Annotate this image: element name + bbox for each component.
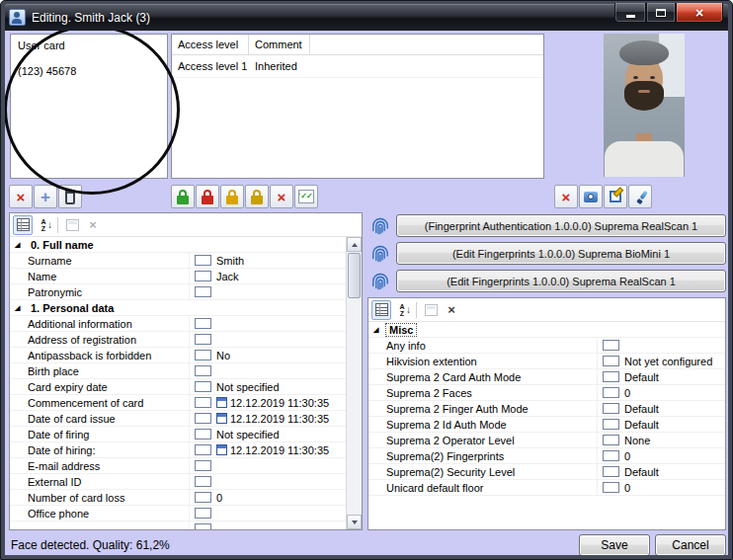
property-row[interactable]: Commencement of card12.12.2019 11:30:35 xyxy=(10,395,346,411)
property-row[interactable]: Suprema(2) Fingerprints0 xyxy=(368,448,725,464)
crop-button[interactable] xyxy=(604,185,627,208)
brush-button[interactable] xyxy=(628,185,652,208)
property-editbox[interactable] xyxy=(195,334,211,345)
cancel-button[interactable]: Cancel xyxy=(655,534,726,555)
property-editbox[interactable] xyxy=(195,381,211,392)
property-row[interactable]: E-mail address xyxy=(10,458,346,474)
lock-green-button[interactable] xyxy=(171,185,195,208)
property-editbox[interactable] xyxy=(603,482,619,493)
property-value[interactable]: Default xyxy=(623,419,725,431)
property-editbox[interactable] xyxy=(603,403,619,414)
add-button[interactable]: + xyxy=(34,185,57,208)
property-row[interactable]: Hikvision extentionNot yet configured xyxy=(368,354,725,369)
property-row[interactable]: SurnameSmith xyxy=(10,253,346,269)
property-value[interactable]: 0 xyxy=(623,482,725,494)
category-row[interactable]: ◢1. Personal data xyxy=(10,300,346,316)
property-value[interactable]: 12.12.2019 11:30:35 xyxy=(215,413,346,425)
fingerprint-action-button[interactable]: (Fingerprint Authentication 1.0.0.0) Sup… xyxy=(396,214,726,237)
property-editbox[interactable] xyxy=(195,255,211,266)
property-editbox[interactable] xyxy=(603,356,619,366)
property-row[interactable]: Suprema(2) Security LevelDefault xyxy=(368,464,725,480)
property-row[interactable]: Date of card issue12.12.2019 11:30:35 xyxy=(10,411,346,427)
sort-az-button[interactable]: AZ↓ xyxy=(392,300,412,320)
lock-key-button[interactable] xyxy=(245,185,269,208)
property-editbox[interactable] xyxy=(195,271,211,281)
property-row[interactable]: NameJack xyxy=(10,269,346,284)
category-row[interactable]: ◢0. Full name xyxy=(10,237,346,253)
property-editbox[interactable] xyxy=(195,492,211,503)
minimize-button[interactable] xyxy=(614,3,646,23)
property-row[interactable]: External ID xyxy=(10,474,346,490)
property-row[interactable]: Birth place xyxy=(10,363,346,379)
property-editbox[interactable] xyxy=(195,365,211,376)
property-row[interactable]: Suprema 2 Finger Auth ModeDefault xyxy=(368,401,725,417)
property-editbox[interactable] xyxy=(603,419,619,430)
categorized-button[interactable] xyxy=(371,300,391,320)
property-editbox[interactable] xyxy=(195,413,211,424)
close-button[interactable]: × xyxy=(676,3,723,23)
property-editbox[interactable] xyxy=(195,286,211,297)
property-value[interactable]: 0 xyxy=(623,450,725,462)
access-list-button[interactable]: ✓✓✓✓ xyxy=(294,185,318,208)
lock-red-button[interactable] xyxy=(196,185,219,208)
card-reader-button[interactable] xyxy=(58,185,82,208)
category-row[interactable]: ◢Misc xyxy=(368,322,725,338)
camera-button[interactable] xyxy=(579,185,603,208)
property-value[interactable]: No xyxy=(215,350,346,361)
collapse-triangle-icon[interactable]: ◢ xyxy=(15,304,20,312)
categorized-button[interactable] xyxy=(13,215,33,235)
property-editbox[interactable] xyxy=(195,444,211,455)
access-level-row[interactable]: Access level 1Inherited xyxy=(172,55,543,78)
property-value[interactable]: None xyxy=(623,435,725,446)
property-row[interactable]: Suprema 2 Card Auth ModeDefault xyxy=(368,369,725,385)
collapse-triangle-icon[interactable]: ◢ xyxy=(373,326,378,334)
property-editbox[interactable] xyxy=(195,476,211,487)
property-row[interactable]: Antipassback is forbiddenNo xyxy=(10,348,346,363)
left-grid-scrollbar[interactable] xyxy=(346,237,362,529)
fingerprint-action-button[interactable]: (Edit Fingerprints 1.0.0.0) Suprema Real… xyxy=(396,270,726,292)
property-row[interactable]: Address of registration xyxy=(10,332,346,348)
property-value[interactable]: 12.12.2019 11:30:35 xyxy=(215,444,346,456)
property-value[interactable]: Default xyxy=(623,403,725,415)
user-card-item[interactable]: (123) 45678 xyxy=(11,63,167,77)
property-row[interactable]: Suprema 2 Id Auth ModeDefault xyxy=(368,417,725,433)
fingerprint-action-button[interactable]: (Edit Fingerprints 1.0.0.0) Suprema BioM… xyxy=(396,242,726,265)
access-column-header[interactable]: Access level xyxy=(172,35,249,54)
save-button[interactable]: Save xyxy=(579,534,650,555)
property-value[interactable]: 12.12.2019 11:30:35 xyxy=(215,397,346,409)
maximize-button[interactable] xyxy=(646,3,676,23)
scrollbar-thumb[interactable] xyxy=(348,253,361,298)
property-value[interactable]: Not yet configured xyxy=(623,356,725,367)
delete-button[interactable]: × xyxy=(9,185,33,208)
property-value[interactable]: Default xyxy=(623,466,725,478)
property-editbox[interactable] xyxy=(603,371,619,382)
property-editbox[interactable] xyxy=(603,340,619,351)
property-editbox[interactable] xyxy=(603,387,619,398)
property-value[interactable]: Not specified xyxy=(215,381,346,393)
sort-az-button[interactable]: AZ↓ xyxy=(34,215,53,235)
property-row[interactable]: Additional information xyxy=(10,316,346,332)
property-value[interactable]: Not specified xyxy=(215,429,346,440)
scroll-up-button[interactable] xyxy=(347,237,362,252)
property-row[interactable]: Date of hiring:12.12.2019 11:30:35 xyxy=(10,442,346,458)
property-row[interactable]: Suprema 2 Operator LevelNone xyxy=(368,433,725,448)
collapse-triangle-icon[interactable]: ◢ xyxy=(15,241,20,249)
property-value[interactable]: Smith xyxy=(215,255,346,267)
property-row[interactable]: Unicard default floor0 xyxy=(368,480,725,496)
property-editbox[interactable] xyxy=(195,397,211,408)
property-row[interactable]: Suprema 2 Faces0 xyxy=(368,385,725,401)
scroll-down-button[interactable] xyxy=(347,515,362,529)
property-row[interactable]: Card expiry dateNot specified xyxy=(10,379,346,395)
property-row[interactable]: Patronymic xyxy=(10,284,346,300)
property-editbox[interactable] xyxy=(603,466,619,477)
property-editbox[interactable] xyxy=(603,435,619,445)
access-column-header[interactable]: Comment xyxy=(249,35,310,54)
property-editbox[interactable] xyxy=(195,508,211,519)
property-value[interactable]: 0 xyxy=(215,492,346,504)
property-value[interactable]: Default xyxy=(623,371,725,383)
property-editbox[interactable] xyxy=(195,429,211,440)
delete-button[interactable]: × xyxy=(270,185,293,208)
lock-yellow-button[interactable] xyxy=(220,185,244,208)
property-editbox[interactable] xyxy=(195,318,211,329)
property-row[interactable]: Any info xyxy=(368,338,725,354)
